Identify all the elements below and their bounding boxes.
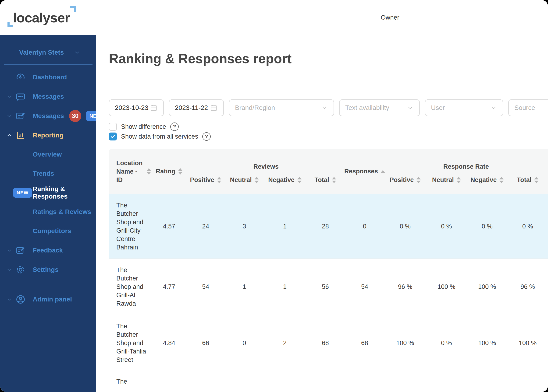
sort-reviews-neutral-button[interactable]: [255, 177, 259, 183]
table-row[interactable]: The Butcher Shop and Grill-City Centre B…: [109, 194, 548, 259]
sort-rate-negative-button[interactable]: [499, 177, 504, 183]
checkbox-label: Show difference: [121, 123, 166, 130]
sidebar-item-overview[interactable]: Overview: [0, 145, 96, 164]
sidebar-item-label: Messages: [33, 112, 64, 120]
sidebar-item-label: Reporting: [33, 132, 64, 139]
gear-icon: [15, 264, 26, 275]
sidebar-item-dashboard[interactable]: Dashboard: [0, 67, 96, 87]
page-title: Ranking & Responses report: [109, 50, 548, 67]
chevron-down-icon: [321, 104, 328, 111]
cell-rate-total: 96 %: [507, 259, 548, 315]
text-availability-select[interactable]: Text availability: [339, 99, 420, 116]
chevron-up-icon: [6, 132, 13, 139]
filters-bar: 2023-10-23 2023-11-22: [109, 99, 548, 116]
cell-location: The Butcher Shop and Grill-Al Rawda: [109, 259, 151, 315]
date-from-input[interactable]: 2023-10-23: [109, 99, 164, 116]
column-header-reviews-negative: Negative: [264, 171, 306, 194]
brand-region-placeholder: Brand/Region: [235, 104, 275, 112]
sidebar-item-competitors[interactable]: Competitors: [0, 221, 96, 241]
help-icon[interactable]: ?: [202, 132, 211, 141]
sort-responses-button[interactable]: [381, 170, 385, 173]
chevron-down-icon: [6, 247, 13, 254]
cell-rating: 4.84: [151, 315, 187, 371]
sort-rate-positive-button[interactable]: [417, 177, 421, 183]
sort-reviews-positive-button[interactable]: [217, 177, 221, 183]
sort-rate-total-button[interactable]: [534, 177, 538, 183]
user-circle-icon: [15, 294, 26, 305]
sidebar-item-label: Ratings & Reviews: [33, 208, 91, 216]
sidebar-divider: [4, 286, 93, 286]
show-difference-option[interactable]: Show difference ?: [109, 122, 548, 132]
dashboard-icon: [15, 72, 26, 83]
sidebar-item-feedback[interactable]: Feedback: [0, 241, 96, 260]
cell-reviews-positive: 24: [187, 194, 225, 259]
messages-icon: [15, 111, 26, 121]
group-header-response-rate: Response Rate: [384, 149, 548, 171]
cell-responses: 68: [345, 315, 384, 371]
cell-location: The: [109, 371, 151, 392]
divider: [109, 83, 548, 83]
source-placeholder: Source: [514, 104, 535, 112]
reviews-icon: [15, 91, 26, 102]
sidebar-item-label: Feedback: [33, 247, 63, 254]
sort-reviews-total-button[interactable]: [332, 177, 336, 183]
text-availability-placeholder: Text availability: [345, 104, 389, 112]
date-to-input[interactable]: 2023-11-22: [169, 99, 224, 116]
cell-reviews-negative: 2: [264, 315, 306, 371]
sidebar-item-messages[interactable]: Messages 30 NEW: [0, 106, 96, 126]
chevron-down-icon: [6, 93, 13, 100]
column-header-reviews-total: Total: [306, 171, 345, 194]
localyser-logo[interactable]: localyser: [13, 10, 70, 25]
sort-location-button[interactable]: [147, 168, 151, 175]
user-select[interactable]: User: [425, 99, 503, 116]
owner-menu[interactable]: Owner: [381, 0, 399, 35]
sort-reviews-negative-button[interactable]: [297, 177, 302, 183]
table-row[interactable]: The: [109, 371, 548, 392]
account-switcher[interactable]: Valentyn Stets: [0, 45, 96, 59]
sidebar-item-settings[interactable]: Settings: [0, 260, 96, 279]
cell-rate-negative: 0 %: [467, 194, 507, 259]
sidebar-item-reviews[interactable]: Messages: [0, 87, 96, 106]
sidebar-item-admin-panel[interactable]: Admin panel: [0, 290, 96, 309]
sidebar-item-label: Admin panel: [33, 296, 72, 303]
cell-reviews-negative: 1: [264, 194, 306, 259]
calendar-icon: [150, 104, 158, 112]
report-table: Location Name - ID Rating Reviews: [109, 149, 548, 392]
cell-location: The Butcher Shop and Grill-City Centre B…: [109, 194, 151, 259]
cell-reviews-total: 56: [306, 259, 345, 315]
source-select[interactable]: Source: [508, 99, 548, 116]
sort-rating-button[interactable]: [178, 168, 182, 175]
chevron-down-icon: [6, 113, 13, 119]
brand-region-select[interactable]: Brand/Region: [229, 99, 334, 116]
feedback-icon: [15, 245, 26, 256]
sidebar-item-ranking-responses[interactable]: NEW Ranking & Responses: [0, 183, 96, 202]
group-header-reviews: Reviews: [187, 149, 345, 171]
table-row[interactable]: The Butcher Shop and Grill-Al Rawda 4.77…: [109, 259, 548, 315]
sort-rate-neutral-button[interactable]: [457, 177, 461, 183]
cell-rate-neutral: 0 %: [426, 194, 467, 259]
show-all-services-option[interactable]: Show data from all services ?: [109, 132, 548, 141]
column-header-responses: Responses: [345, 149, 384, 194]
user-placeholder: User: [431, 104, 445, 112]
cell-reviews-total: 68: [306, 315, 345, 371]
sidebar-item-reporting[interactable]: Reporting: [0, 126, 96, 145]
cell-reviews-positive: 54: [187, 259, 225, 315]
table-row[interactable]: The Butcher Shop and Grill-Tahlia Street…: [109, 315, 548, 371]
app-window: localyser Owner Valentyn Stets: [0, 0, 548, 392]
cell-rating: 4.77: [151, 259, 187, 315]
sidebar-item-trends[interactable]: Trends: [0, 164, 96, 183]
date-from-value: 2023-10-23: [115, 104, 148, 112]
show-difference-checkbox[interactable]: [109, 123, 117, 131]
show-all-services-checkbox[interactable]: [109, 133, 117, 140]
checkbox-label: Show data from all services: [121, 133, 198, 140]
cell-reviews-neutral: 0: [224, 315, 264, 371]
help-icon[interactable]: ?: [170, 123, 179, 131]
cell-reviews-positive: 66: [187, 315, 225, 371]
chevron-down-icon: [6, 266, 13, 273]
column-header-rate-total: Total: [507, 171, 548, 194]
account-name: Valentyn Stets: [19, 49, 64, 56]
sidebar-item-label: Dashboard: [33, 73, 67, 81]
sidebar-item-label: Ranking & Responses: [33, 185, 96, 200]
sidebar-item-ratings-reviews[interactable]: Ratings & Reviews: [0, 202, 96, 221]
cell-rate-neutral: 0 %: [426, 315, 467, 371]
